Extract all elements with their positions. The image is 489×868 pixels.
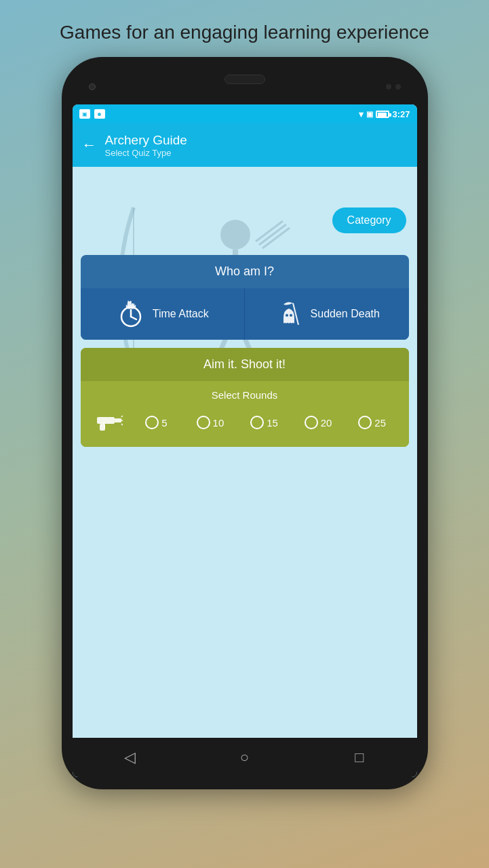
round-20-option[interactable]: 20 bbox=[292, 416, 344, 429]
tagline: Games for an engaging learning experienc… bbox=[46, 20, 443, 45]
round-5-label: 5 bbox=[161, 417, 167, 429]
svg-line-20 bbox=[121, 416, 123, 417]
round-10-option[interactable]: 10 bbox=[184, 416, 236, 429]
who-am-i-options: Time Attack bbox=[81, 288, 409, 340]
aim-card-header: Aim it. Shoot it! bbox=[81, 348, 409, 381]
aim-card: Aim it. Shoot it! Select Rounds bbox=[81, 348, 409, 447]
sensors bbox=[386, 84, 401, 90]
svg-line-22 bbox=[121, 424, 123, 425]
sensor-dot bbox=[386, 84, 391, 90]
status-right: ▾ ▣ 3:27 bbox=[359, 109, 410, 119]
who-am-i-title: Who am I? bbox=[215, 264, 274, 278]
back-button[interactable]: ← bbox=[82, 136, 97, 154]
round-20-radio[interactable] bbox=[305, 416, 318, 429]
time-attack-icon bbox=[116, 299, 146, 329]
recents-nav-button[interactable]: □ bbox=[346, 744, 373, 771]
round-5-radio[interactable] bbox=[145, 416, 159, 429]
time-display: 3:27 bbox=[392, 109, 410, 119]
sudden-death-icon bbox=[274, 299, 304, 329]
app-bar-text: Archery Guide Select Quiz Type bbox=[105, 133, 187, 158]
round-25-option[interactable]: 25 bbox=[347, 416, 398, 429]
app-bar: ← Archery Guide Select Quiz Type bbox=[73, 123, 417, 167]
nav-bar: ◁ ○ □ bbox=[73, 738, 417, 777]
screen-content: Category Who am I? bbox=[73, 167, 417, 738]
svg-point-15 bbox=[290, 314, 292, 317]
round-25-radio[interactable] bbox=[358, 416, 372, 429]
gun-icon bbox=[92, 409, 123, 436]
who-am-i-card: Who am I? bbox=[81, 255, 409, 340]
round-15-radio[interactable] bbox=[250, 416, 264, 429]
time-attack-option[interactable]: Time Attack bbox=[81, 288, 246, 340]
round-10-label: 10 bbox=[213, 417, 224, 429]
back-nav-button[interactable]: ◁ bbox=[116, 744, 143, 771]
battery-icon bbox=[376, 111, 389, 118]
wifi-icon: ▾ bbox=[359, 109, 364, 119]
app-subtitle: Select Quiz Type bbox=[105, 148, 187, 158]
app-title: Archery Guide bbox=[105, 133, 187, 148]
round-15-label: 15 bbox=[267, 417, 278, 429]
category-button[interactable]: Category bbox=[332, 208, 406, 233]
notification-icon-2: ☻ bbox=[94, 109, 105, 119]
svg-point-14 bbox=[286, 314, 288, 317]
svg-line-13 bbox=[131, 317, 136, 319]
time-attack-label: Time Attack bbox=[153, 308, 209, 320]
speaker bbox=[224, 75, 265, 84]
round-10-radio[interactable] bbox=[197, 416, 210, 429]
phone-top-hardware bbox=[73, 69, 417, 104]
status-left: ▣ ☻ bbox=[79, 109, 105, 119]
signal-icon: ▣ bbox=[366, 110, 373, 119]
aim-card-body: Select Rounds bbox=[81, 381, 409, 447]
aim-card-title: Aim it. Shoot it! bbox=[203, 357, 286, 371]
sudden-death-label: Sudden Death bbox=[311, 308, 380, 320]
status-bar: ▣ ☻ ▾ ▣ 3:27 bbox=[73, 104, 417, 123]
phone-device: ▣ ☻ ▾ ▣ 3:27 ← Archery Guide Select Quiz… bbox=[62, 57, 428, 789]
home-nav-button[interactable]: ○ bbox=[231, 744, 258, 771]
who-am-i-header: Who am I? bbox=[81, 255, 409, 288]
camera-area bbox=[89, 83, 96, 90]
round-20-label: 20 bbox=[321, 417, 332, 429]
sensor-dot-2 bbox=[395, 84, 401, 90]
camera-dot bbox=[89, 83, 96, 90]
svg-rect-18 bbox=[115, 418, 121, 422]
rounds-row: 5 10 15 20 bbox=[92, 409, 398, 436]
round-5-option[interactable]: 5 bbox=[131, 416, 182, 429]
select-rounds-label: Select Rounds bbox=[92, 389, 398, 401]
phone-screen: ▣ ☻ ▾ ▣ 3:27 ← Archery Guide Select Quiz… bbox=[73, 104, 417, 777]
round-25-label: 25 bbox=[374, 417, 386, 429]
notification-icon-1: ▣ bbox=[79, 109, 90, 119]
sudden-death-option[interactable]: Sudden Death bbox=[245, 288, 409, 340]
svg-rect-17 bbox=[97, 417, 115, 424]
round-15-option[interactable]: 15 bbox=[239, 416, 290, 429]
